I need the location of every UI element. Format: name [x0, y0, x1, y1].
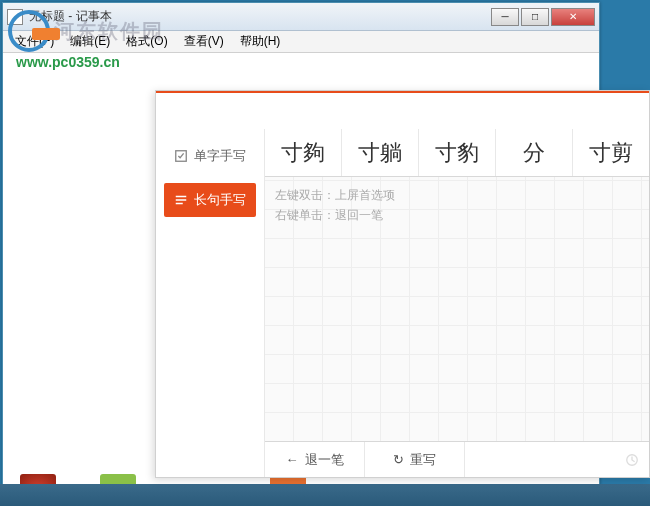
mode-single-label: 单字手写 — [194, 147, 246, 165]
mode-sentence-label: 长句手写 — [194, 191, 246, 209]
watermark: 河东软件园 www.pc0359.cn — [8, 10, 164, 70]
watermark-url: www.pc0359.cn — [16, 54, 164, 70]
refresh-icon: ↻ — [393, 452, 404, 467]
undo-icon: ← — [286, 452, 299, 467]
rewrite-label: 重写 — [410, 451, 436, 469]
undo-label: 退一笔 — [305, 451, 344, 469]
brand-icon — [625, 453, 639, 467]
ime-main: 寸夠 寸躺 寸豹 分 寸剪 左键双击：上屏首选项 右键单击：退回一笔 ← 退一笔… — [264, 129, 649, 477]
ime-body: 单字手写 长句手写 寸夠 寸躺 寸豹 分 寸剪 左键双击：上屏首选项 右键单击：… — [156, 129, 649, 477]
mode-single-char[interactable]: 单字手写 — [164, 139, 256, 173]
maximize-button[interactable]: □ — [521, 8, 549, 26]
candidate-3[interactable]: 寸豹 — [419, 129, 496, 176]
ime-footer: ← 退一笔 ↻ 重写 — [265, 441, 649, 477]
edit-icon — [174, 149, 188, 163]
ime-brand — [625, 442, 649, 477]
taskbar[interactable] — [0, 484, 650, 506]
watermark-logo: 河东软件园 — [8, 10, 164, 52]
close-button[interactable]: ✕ — [551, 8, 595, 26]
candidate-1[interactable]: 寸夠 — [265, 129, 342, 176]
rewrite-button[interactable]: ↻ 重写 — [365, 442, 465, 477]
window-controls: ─ □ ✕ — [491, 8, 595, 26]
hint-dblclick-label: 左键双击： — [275, 188, 335, 202]
footer-spacer — [465, 442, 625, 477]
candidate-5[interactable]: 寸剪 — [573, 129, 649, 176]
ime-panel: 单字手写 长句手写 寸夠 寸躺 寸豹 分 寸剪 左键双击：上屏首选项 右键单击：… — [155, 90, 650, 478]
sentence-icon — [174, 193, 188, 207]
ime-top-border — [156, 91, 649, 129]
handwriting-canvas[interactable]: 左键双击：上屏首选项 右键单击：退回一笔 — [265, 177, 649, 441]
canvas-hints: 左键双击：上屏首选项 右键单击：退回一笔 — [275, 185, 395, 225]
hint-dblclick-action: 上屏首选项 — [335, 188, 395, 202]
menu-view[interactable]: 查看(V) — [176, 31, 232, 52]
minimize-button[interactable]: ─ — [491, 8, 519, 26]
ime-sidebar: 单字手写 长句手写 — [156, 129, 264, 477]
mode-sentence[interactable]: 长句手写 — [164, 183, 256, 217]
hint-rightclick-action: 退回一笔 — [335, 208, 383, 222]
candidate-4[interactable]: 分 — [496, 129, 573, 176]
undo-stroke-button[interactable]: ← 退一笔 — [265, 442, 365, 477]
candidate-2[interactable]: 寸躺 — [342, 129, 419, 176]
candidate-bar: 寸夠 寸躺 寸豹 分 寸剪 — [265, 129, 649, 177]
logo-icon — [8, 10, 50, 52]
menu-help[interactable]: 帮助(H) — [232, 31, 289, 52]
watermark-text: 河东软件园 — [54, 18, 164, 45]
hint-rightclick-label: 右键单击： — [275, 208, 335, 222]
